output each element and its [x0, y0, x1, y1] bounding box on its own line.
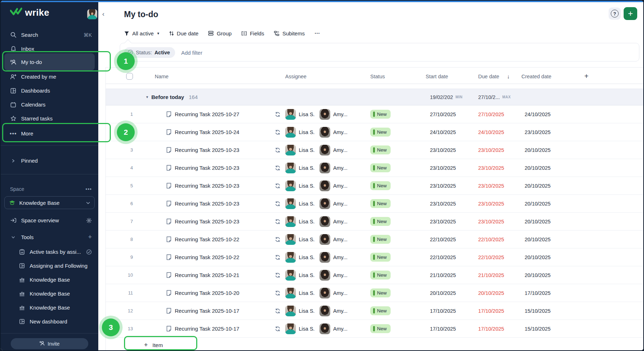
column-header-due-date[interactable]: Due date [478, 74, 499, 79]
column-header-created-date[interactable]: Created date [521, 74, 551, 79]
status-badge[interactable]: New [370, 163, 391, 172]
assignee-avatar-amy[interactable] [319, 306, 330, 316]
assignee-avatar-amy[interactable] [319, 198, 330, 209]
assignee-avatar-amy[interactable] [319, 181, 330, 191]
assignee-avatar-lisa[interactable] [285, 270, 296, 281]
task-title[interactable]: Recurring Task 2025-10-20 [175, 290, 239, 296]
created-date[interactable]: 20/10/2025 [525, 165, 551, 171]
start-date[interactable]: 23/10/2025 [430, 219, 456, 224]
status-badge[interactable]: New [370, 288, 391, 297]
table-row[interactable]: 4 Recurring Task 2025-10-23 Lisa S. Amy.… [106, 159, 644, 177]
start-date[interactable]: 24/10/2025 [430, 129, 456, 135]
assignee-avatar-lisa[interactable] [285, 127, 296, 138]
select-all-checkbox[interactable] [126, 73, 133, 80]
task-title[interactable]: Recurring Task 2025-10-17 [175, 308, 239, 314]
table-row[interactable]: 2 Recurring Task 2025-10-24 Lisa S. Amy.… [106, 123, 644, 141]
status-badge[interactable]: New [370, 253, 391, 262]
table-row[interactable]: 10 Recurring Task 2025-10-21 Lisa S. Amy… [106, 266, 644, 284]
gear-icon[interactable] [86, 218, 92, 223]
assignee-avatar-amy[interactable] [319, 270, 330, 281]
column-header-name[interactable]: Name [155, 74, 169, 79]
assignee-avatar-lisa[interactable] [285, 216, 296, 227]
column-header-start-date[interactable]: Start date [426, 74, 448, 79]
task-title[interactable]: Recurring Task 2025-10-23 [175, 183, 239, 189]
help-button[interactable]: ? [609, 8, 621, 20]
start-date[interactable]: 23/10/2025 [430, 165, 456, 171]
assignee-avatar-lisa[interactable] [285, 181, 296, 191]
created-date[interactable]: 17/10/2025 [525, 290, 551, 296]
user-avatar[interactable] [87, 9, 97, 19]
assignee-avatar-lisa[interactable] [285, 252, 296, 263]
assignee-avatar-lisa[interactable] [285, 234, 296, 245]
sidebar-item-space-overview[interactable]: Space overview [1, 213, 98, 227]
status-badge[interactable]: New [370, 217, 391, 226]
assignee-avatar-lisa[interactable] [285, 163, 296, 173]
column-header-status[interactable]: Status [370, 74, 385, 79]
start-date[interactable]: 23/10/2025 [430, 147, 456, 153]
created-date[interactable]: 15/10/2025 [525, 326, 551, 332]
sidebar-item-calendars[interactable]: Calendars [1, 98, 98, 112]
assignee-avatar-amy[interactable] [319, 323, 330, 334]
assignee-avatar-amy[interactable] [319, 109, 330, 120]
due-date[interactable]: 23/10/2025 [478, 183, 504, 189]
assignee-avatar-lisa[interactable] [285, 288, 296, 298]
add-tool-icon[interactable]: + [88, 233, 92, 241]
status-badge[interactable]: New [370, 235, 391, 244]
assignee-avatar-lisa[interactable] [285, 145, 296, 155]
assignee-avatar-amy[interactable] [319, 145, 330, 155]
table-row[interactable]: 12 Recurring Task 2025-10-17 Lisa S. Amy… [106, 302, 644, 320]
created-date[interactable]: 20/10/2025 [525, 254, 551, 260]
sidebar-section-pinned[interactable]: Pinned [1, 154, 98, 168]
start-date[interactable]: 23/10/2025 [430, 201, 456, 207]
sidebar-collapse-icon[interactable]: ‹ [102, 10, 104, 18]
start-date[interactable]: 17/10/2025 [430, 308, 456, 314]
due-date[interactable]: 20/10/2025 [478, 290, 504, 296]
task-title[interactable]: Recurring Task 2025-10-23 [175, 218, 239, 224]
table-row[interactable]: 8 Recurring Task 2025-10-22 Lisa S. Amy.… [106, 231, 644, 248]
start-date[interactable]: 20/10/2025 [430, 290, 456, 296]
due-date[interactable]: 17/10/2025 [478, 308, 504, 314]
toolbar-more-button[interactable]: ⋯ [314, 30, 321, 36]
table-row[interactable]: 11 Recurring Task 2025-10-20 Lisa S. Amy… [106, 284, 644, 302]
task-title[interactable]: Recurring Task 2025-10-22 [175, 254, 239, 260]
add-item-row[interactable]: + Item [106, 338, 644, 351]
tool-item-active-tasks[interactable]: Active tasks by assi... [1, 245, 98, 259]
table-row[interactable]: 7 Recurring Task 2025-10-23 Lisa S. Amy.… [106, 213, 644, 231]
table-row[interactable]: 5 Recurring Task 2025-10-23 Lisa S. Amy.… [106, 177, 644, 195]
table-row[interactable]: 13 Recurring Task 2025-10-17 Lisa S. Amy… [106, 320, 644, 338]
status-badge[interactable]: New [370, 199, 391, 208]
tool-item-knowledge-base-3[interactable]: Knowledge Base [1, 301, 98, 315]
chevron-down-icon[interactable]: ▾ [146, 95, 148, 99]
sidebar-item-my-todo[interactable]: My to-do [1, 55, 98, 69]
table-row[interactable]: 1 Recurring Task 2025-10-27 Lisa S. Amy.… [106, 105, 644, 123]
sidebar-item-created-by-me[interactable]: Created by me [1, 70, 98, 84]
tool-item-knowledge-base-2[interactable]: Knowledge Base [1, 287, 98, 301]
group-button[interactable]: Group [208, 30, 232, 36]
assignee-avatar-amy[interactable] [319, 127, 330, 138]
sidebar-item-search[interactable]: Search ⌘K [1, 28, 98, 42]
due-date[interactable]: 23/10/2025 [478, 147, 504, 153]
created-date[interactable]: 20/10/2025 [525, 147, 551, 153]
add-filter-button[interactable]: Add filter [181, 50, 202, 56]
due-date[interactable]: 23/10/2025 [478, 165, 504, 171]
sort-selector[interactable]: Due date [169, 30, 199, 36]
start-date[interactable]: 21/10/2025 [430, 272, 456, 278]
assignee-avatar-amy[interactable] [319, 163, 330, 173]
task-title[interactable]: Recurring Task 2025-10-23 [175, 201, 239, 207]
sidebar-item-starred-tasks[interactable]: Starred tasks [1, 112, 98, 125]
created-date[interactable]: 20/10/2025 [525, 272, 551, 278]
assignee-avatar-amy[interactable] [319, 234, 330, 245]
tool-item-knowledge-base-1[interactable]: Knowledge Base [1, 273, 98, 287]
status-badge[interactable]: New [370, 271, 391, 280]
table-row[interactable]: 6 Recurring Task 2025-10-23 Lisa S. Amy.… [106, 195, 644, 213]
created-date[interactable]: 24/10/2025 [525, 112, 551, 117]
column-header-assignee[interactable]: Assignee [285, 74, 307, 79]
created-date[interactable]: 23/10/2025 [525, 129, 551, 135]
due-date[interactable]: 27/10/2025 [478, 112, 504, 117]
assignee-avatar-lisa[interactable] [285, 109, 296, 120]
start-date[interactable]: 22/10/2025 [430, 254, 456, 260]
status-filter-chip[interactable]: Status: Active [124, 47, 175, 58]
sidebar-item-more[interactable]: ••• More [1, 127, 98, 140]
task-title[interactable]: Recurring Task 2025-10-27 [175, 111, 239, 117]
assignee-avatar-lisa[interactable] [285, 198, 296, 209]
